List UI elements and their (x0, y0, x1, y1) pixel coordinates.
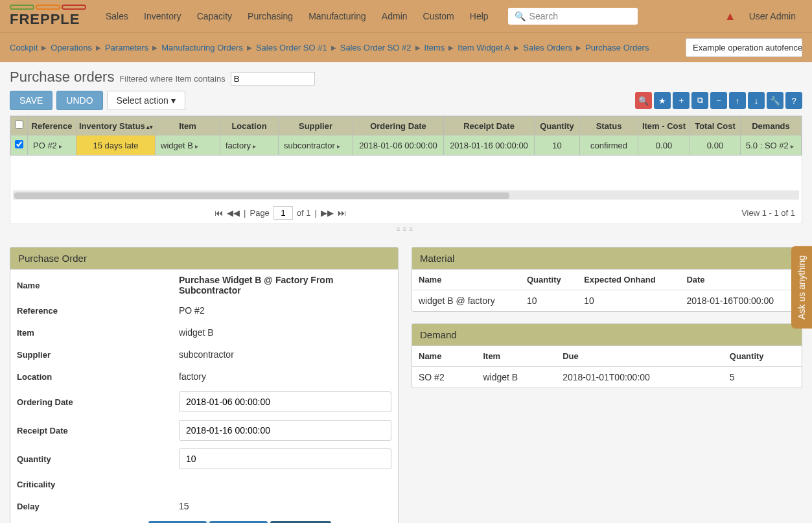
col-quantity[interactable]: Quantity (535, 117, 580, 135)
input-quantity[interactable] (179, 448, 391, 469)
drill-icon[interactable]: ▸ (195, 143, 198, 150)
crumb-so2[interactable]: Sales Order SO #2 (340, 43, 412, 52)
alert-icon[interactable]: ▲ (725, 10, 736, 23)
breadcrumb: Cockpit▶ Operations▶ Parameters▶ Manufac… (10, 43, 686, 52)
input-receipt-date[interactable] (179, 420, 391, 441)
grid-header-row: Reference Inventory Status▴▾ Item Locati… (11, 117, 802, 135)
mat-col-onhand: Expected Onhand (577, 270, 680, 290)
nav-help[interactable]: Help (463, 7, 495, 25)
label-reference: Reference (17, 306, 179, 316)
pager-last-icon[interactable]: ⏭ (338, 208, 346, 218)
logo-text: FREPPLE (10, 11, 86, 28)
crumb-salesorders[interactable]: Sales Orders (523, 43, 572, 52)
split-handle[interactable]: ≡≡≡ (0, 224, 812, 234)
settings-icon[interactable]: 🔧 (767, 92, 783, 109)
label-location: Location (17, 372, 179, 382)
material-panel-title: Material (412, 248, 802, 270)
value-name: Purchase Widget B @ Factory From Subcont… (179, 275, 391, 296)
favorite-icon[interactable]: ★ (654, 92, 671, 109)
crumb-widgeta[interactable]: Item Widget A (458, 43, 510, 52)
label-ordering-date: Ordering Date (17, 397, 179, 407)
nav-custom[interactable]: Custom (417, 7, 461, 25)
pager-page-input[interactable] (273, 206, 293, 220)
select-action-button[interactable]: Select action ▾ (107, 91, 185, 110)
nav-manufacturing[interactable]: Manufacturing (302, 7, 373, 25)
nav-capacity[interactable]: Capacity (191, 7, 238, 25)
crumb-so1[interactable]: Sales Order SO #1 (256, 43, 327, 52)
col-supplier[interactable]: Supplier (279, 117, 353, 135)
label-receipt-date: Receipt Date (17, 426, 179, 436)
dem-col-name: Name (412, 346, 476, 367)
save-button[interactable]: SAVE (10, 91, 52, 110)
grid-hscrollbar[interactable] (13, 191, 799, 200)
label-name: Name (17, 281, 179, 290)
pager-prev-icon[interactable]: ◀◀ (227, 208, 240, 218)
col-location[interactable]: Location (220, 117, 279, 135)
search-box[interactable]: 🔍 Search (508, 8, 638, 25)
dem-col-qty: Quantity (723, 346, 802, 367)
undo-button[interactable]: UNDO (56, 91, 102, 110)
demand-row[interactable]: SO #2 widget B 2018-01-01T00:00:00 5 (412, 367, 802, 388)
copy-icon[interactable]: ⧉ (691, 92, 708, 109)
crumb-parameters[interactable]: Parameters (105, 43, 148, 52)
caret-down-icon: ▾ (171, 95, 176, 106)
value-item: widget B (179, 327, 391, 338)
user-menu[interactable]: User Admin (749, 11, 796, 21)
pager-view-info: View 1 - 1 of 1 (741, 208, 795, 218)
drill-icon[interactable]: ▸ (791, 143, 794, 150)
download-icon[interactable]: ↓ (748, 92, 765, 109)
remove-icon[interactable]: − (710, 92, 727, 109)
input-ordering-date[interactable] (179, 391, 391, 412)
col-item[interactable]: Item (156, 117, 220, 135)
purchase-orders-grid: Reference Inventory Status▴▾ Item Locati… (10, 115, 802, 224)
ask-us-tab[interactable]: Ask us anything (791, 246, 812, 329)
value-location: factory (179, 371, 391, 382)
dem-col-item: Item (476, 346, 556, 367)
pager-of-label: of 1 (297, 208, 311, 218)
search-icon: 🔍 (515, 11, 526, 21)
col-total-cost[interactable]: Total Cost (690, 117, 741, 135)
example-overlay: Example operation autofence (686, 38, 802, 57)
col-status[interactable]: Status (580, 117, 638, 135)
sort-icon: ▴▾ (146, 124, 153, 130)
material-row[interactable]: widget B @ factory 10 10 2018-01-16T00:0… (412, 290, 802, 312)
row-checkbox[interactable] (15, 140, 23, 148)
crumb-cockpit[interactable]: Cockpit (10, 43, 38, 52)
logo[interactable]: FREPPLE (10, 5, 86, 28)
demand-panel: Demand Name Item Due Quantity SO #2 widg… (412, 323, 802, 388)
crumb-po[interactable]: Purchase Orders (585, 43, 649, 52)
select-all-checkbox[interactable] (11, 117, 28, 135)
nav-sales[interactable]: Sales (99, 7, 135, 25)
drill-icon[interactable]: ▸ (59, 143, 62, 150)
material-panel: Material Name Quantity Expected Onhand D… (412, 247, 802, 312)
col-ordering-date[interactable]: Ordering Date (353, 117, 444, 135)
col-demands[interactable]: Demands (741, 117, 802, 135)
purchase-order-panel: Purchase Order NamePurchase Widget B @ F… (10, 247, 399, 523)
pager-first-icon[interactable]: ⏮ (215, 208, 223, 218)
col-inventory-status[interactable]: Inventory Status▴▾ (76, 117, 156, 135)
help-icon[interactable]: ? (785, 92, 802, 109)
mat-col-date: Date (680, 270, 802, 290)
nav-admin[interactable]: Admin (375, 7, 414, 25)
table-row[interactable]: PO #2▸ 15 days late widget B▸ factory▸ s… (11, 135, 802, 156)
crumb-items[interactable]: Items (424, 43, 445, 52)
col-receipt-date[interactable]: Receipt Date (444, 117, 535, 135)
crumb-operations[interactable]: Operations (51, 43, 92, 52)
search-placeholder: Search (529, 11, 558, 21)
page-title: Purchase orders (10, 69, 114, 86)
crumb-mo[interactable]: Manufacturing Orders (161, 43, 243, 52)
drill-icon[interactable]: ▸ (253, 143, 256, 150)
filter-input[interactable] (231, 72, 315, 86)
value-delay: 15 (179, 501, 391, 511)
upload-icon[interactable]: ↑ (729, 92, 746, 109)
label-quantity: Quantity (17, 454, 179, 464)
pager-next-icon[interactable]: ▶▶ (321, 208, 334, 218)
search-tool-icon[interactable]: 🔍 (635, 92, 652, 109)
nav-purchasing[interactable]: Purchasing (241, 7, 299, 25)
col-item-cost[interactable]: Item - Cost (638, 117, 690, 135)
value-supplier: subcontractor (179, 349, 391, 360)
nav-inventory[interactable]: Inventory (137, 7, 188, 25)
col-reference[interactable]: Reference (28, 117, 76, 135)
add-icon[interactable]: ＋ (673, 92, 690, 109)
drill-icon[interactable]: ▸ (337, 143, 340, 150)
